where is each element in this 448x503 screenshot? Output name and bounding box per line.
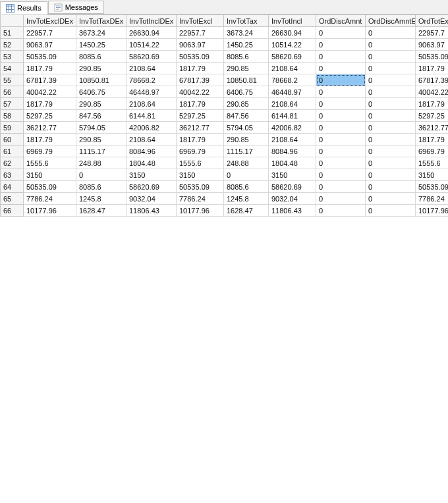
data-cell[interactable]: 0 bbox=[316, 134, 366, 146]
data-cell[interactable]: 46448.97 bbox=[269, 86, 316, 98]
data-cell[interactable]: 9063.97 bbox=[177, 39, 224, 51]
data-cell[interactable]: 0 bbox=[316, 110, 366, 122]
row-number-cell[interactable]: 62 bbox=[1, 157, 24, 169]
data-cell[interactable]: 22957.7 bbox=[416, 27, 449, 39]
results-grid[interactable]: InvTotExclDExInvTotTaxDExInvTotInclDExIn… bbox=[0, 14, 448, 217]
data-cell[interactable]: 50535.09 bbox=[416, 181, 449, 193]
data-cell[interactable]: 1817.79 bbox=[416, 98, 449, 110]
data-cell[interactable]: 50535.09 bbox=[24, 51, 76, 63]
data-cell[interactable]: 3150 bbox=[24, 169, 76, 181]
data-cell[interactable]: 22957.7 bbox=[24, 27, 76, 39]
data-cell[interactable]: 0 bbox=[366, 169, 416, 181]
data-cell[interactable]: 0 bbox=[316, 146, 366, 157]
data-cell[interactable]: 58620.69 bbox=[126, 181, 177, 193]
data-cell[interactable]: 50535.09 bbox=[177, 51, 224, 63]
data-cell[interactable]: 1804.48 bbox=[126, 157, 177, 169]
column-header[interactable]: InvTotTaxDEx bbox=[76, 15, 126, 27]
data-cell[interactable]: 10177.96 bbox=[177, 205, 224, 217]
table-row[interactable]: 5122957.73673.2426630.9422957.73673.2426… bbox=[1, 27, 449, 39]
data-cell[interactable]: 40042.22 bbox=[416, 86, 449, 98]
data-cell[interactable]: 0 bbox=[316, 86, 366, 98]
data-cell[interactable]: 248.88 bbox=[224, 157, 269, 169]
data-cell[interactable]: 847.56 bbox=[224, 110, 269, 122]
data-cell[interactable]: 0 bbox=[316, 205, 366, 217]
row-number-cell[interactable]: 63 bbox=[1, 169, 24, 181]
row-number-cell[interactable]: 53 bbox=[1, 51, 24, 63]
data-cell[interactable]: 2108.64 bbox=[126, 134, 177, 146]
data-cell[interactable]: 847.56 bbox=[76, 110, 126, 122]
data-cell[interactable]: 8085.6 bbox=[76, 181, 126, 193]
data-cell[interactable]: 1450.25 bbox=[76, 39, 126, 51]
data-cell[interactable]: 1555.6 bbox=[177, 157, 224, 169]
data-cell[interactable]: 0 bbox=[366, 39, 416, 51]
data-cell[interactable]: 1245.8 bbox=[76, 193, 126, 205]
column-header[interactable]: InvTotTax bbox=[224, 15, 269, 27]
data-cell[interactable]: 0 bbox=[366, 110, 416, 122]
data-cell[interactable]: 290.85 bbox=[76, 98, 126, 110]
data-cell[interactable]: 1817.79 bbox=[416, 63, 449, 74]
data-cell[interactable]: 11806.43 bbox=[126, 205, 177, 217]
data-cell[interactable]: 2108.64 bbox=[269, 134, 316, 146]
data-cell[interactable]: 8085.6 bbox=[76, 51, 126, 63]
table-row[interactable]: 6610177.961628.4711806.4310177.961628.47… bbox=[1, 205, 449, 217]
data-cell[interactable]: 6969.79 bbox=[24, 146, 76, 157]
data-cell[interactable]: 290.85 bbox=[224, 134, 269, 146]
data-cell[interactable]: 0 bbox=[366, 98, 416, 110]
data-cell[interactable]: 36212.77 bbox=[416, 122, 449, 134]
data-cell[interactable]: 36212.77 bbox=[24, 122, 76, 134]
row-number-cell[interactable]: 64 bbox=[1, 181, 24, 193]
data-cell[interactable]: 46448.97 bbox=[126, 86, 177, 98]
data-cell[interactable]: 5794.05 bbox=[76, 122, 126, 134]
data-cell[interactable]: 0 bbox=[316, 39, 366, 51]
data-cell[interactable]: 0 bbox=[366, 51, 416, 63]
table-row[interactable]: 5350535.098085.658620.6950535.098085.658… bbox=[1, 51, 449, 63]
data-cell[interactable]: 248.88 bbox=[76, 157, 126, 169]
data-cell[interactable]: 1555.6 bbox=[24, 157, 76, 169]
data-cell[interactable]: 290.85 bbox=[76, 134, 126, 146]
data-cell[interactable]: 8084.96 bbox=[126, 146, 177, 157]
data-cell[interactable]: 5297.25 bbox=[24, 110, 76, 122]
data-cell[interactable]: 5297.25 bbox=[416, 110, 449, 122]
data-cell[interactable]: 11806.43 bbox=[269, 205, 316, 217]
row-number-cell[interactable]: 56 bbox=[1, 86, 24, 98]
data-cell[interactable]: 2108.64 bbox=[269, 98, 316, 110]
data-cell[interactable]: 1628.47 bbox=[76, 205, 126, 217]
data-cell[interactable]: 1817.79 bbox=[177, 98, 224, 110]
data-cell[interactable]: 26630.94 bbox=[126, 27, 177, 39]
table-row[interactable]: 5936212.775794.0542006.8236212.775794.05… bbox=[1, 122, 449, 134]
data-cell[interactable]: 50535.09 bbox=[24, 181, 76, 193]
data-cell[interactable]: 6144.81 bbox=[126, 110, 177, 122]
table-row[interactable]: 657786.241245.89032.047786.241245.89032.… bbox=[1, 193, 449, 205]
data-cell[interactable]: 290.85 bbox=[76, 63, 126, 74]
data-cell[interactable]: 3673.24 bbox=[76, 27, 126, 39]
data-cell[interactable]: 0 bbox=[366, 157, 416, 169]
data-cell[interactable]: 10177.96 bbox=[24, 205, 76, 217]
data-cell[interactable]: 10850.81 bbox=[76, 74, 126, 86]
row-number-cell[interactable]: 61 bbox=[1, 146, 24, 157]
data-cell[interactable]: 50535.09 bbox=[177, 181, 224, 193]
column-header[interactable]: OrdDiscAmntEx bbox=[366, 15, 416, 27]
row-number-cell[interactable]: 51 bbox=[1, 27, 24, 39]
row-number-cell[interactable]: 57 bbox=[1, 98, 24, 110]
data-cell[interactable]: 0 bbox=[316, 74, 366, 86]
data-cell[interactable]: 0 bbox=[316, 169, 366, 181]
data-cell[interactable]: 22957.7 bbox=[177, 27, 224, 39]
column-header[interactable]: InvTotExcl bbox=[177, 15, 224, 27]
row-number-cell[interactable]: 66 bbox=[1, 205, 24, 217]
data-cell[interactable]: 0 bbox=[366, 86, 416, 98]
data-cell[interactable]: 7786.24 bbox=[177, 193, 224, 205]
data-cell[interactable]: 0 bbox=[316, 27, 366, 39]
data-cell[interactable]: 3150 bbox=[416, 169, 449, 181]
data-cell[interactable]: 0 bbox=[366, 205, 416, 217]
data-cell[interactable]: 10514.22 bbox=[269, 39, 316, 51]
data-cell[interactable]: 1817.79 bbox=[416, 134, 449, 146]
table-row[interactable]: 63315003150315003150003150 bbox=[1, 169, 449, 181]
data-cell[interactable]: 58620.69 bbox=[126, 51, 177, 63]
corner-cell[interactable] bbox=[1, 15, 24, 27]
tab-messages[interactable]: Messages bbox=[48, 1, 104, 14]
row-number-cell[interactable]: 60 bbox=[1, 134, 24, 146]
row-number-cell[interactable]: 55 bbox=[1, 74, 24, 86]
data-cell[interactable]: 1817.79 bbox=[177, 63, 224, 74]
data-cell[interactable]: 58620.69 bbox=[269, 51, 316, 63]
data-cell[interactable]: 2108.64 bbox=[269, 63, 316, 74]
